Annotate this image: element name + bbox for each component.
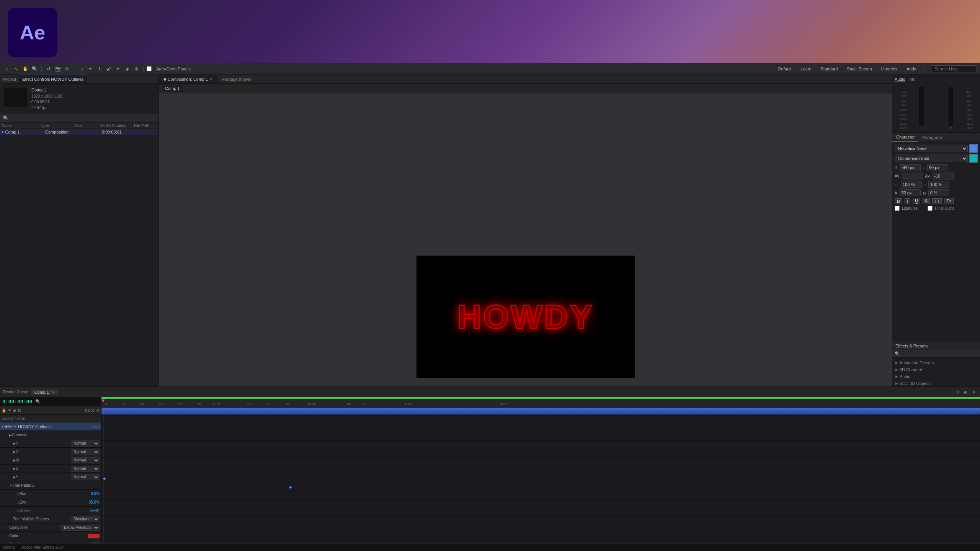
kerning-input[interactable] bbox=[902, 173, 923, 179]
zoom-tool[interactable]: 🔍 bbox=[31, 65, 38, 73]
eraser-tool[interactable]: ◈ bbox=[123, 65, 131, 73]
workspace-default[interactable]: Default bbox=[776, 66, 794, 72]
workspace-small-screen[interactable]: Small Screen bbox=[844, 66, 874, 72]
hide-button[interactable]: 👁 bbox=[8, 408, 11, 412]
font-size-input[interactable] bbox=[900, 164, 921, 171]
o-expand[interactable]: ▶ bbox=[13, 450, 16, 454]
contents-expand[interactable]: ▶ bbox=[9, 433, 12, 437]
d-mode-select[interactable]: Normal bbox=[71, 466, 100, 472]
workspace-libraries[interactable]: Libraries bbox=[879, 66, 900, 72]
offset-value[interactable]: 0x+0° bbox=[90, 509, 100, 513]
tracking-input[interactable] bbox=[933, 173, 954, 179]
effects-item-3d-channel[interactable]: ▶ 3D Channel bbox=[892, 366, 980, 373]
render-queue-label[interactable]: Render Queue bbox=[3, 390, 28, 394]
trim-paths-expand[interactable]: ▼ bbox=[9, 484, 13, 487]
footage-tab[interactable]: Footage (none) bbox=[217, 75, 256, 83]
pan-tool[interactable]: ⊕ bbox=[63, 65, 71, 73]
font-style-select[interactable]: Condensed Bold bbox=[895, 155, 968, 162]
paragraph-tab[interactable]: Paragraph bbox=[918, 133, 946, 142]
camera-tool[interactable]: 📷 bbox=[54, 65, 62, 73]
keyframe-start[interactable]: ◆ bbox=[103, 476, 106, 481]
timeline-comp-tab[interactable]: Comp 1 ✕ bbox=[31, 390, 58, 395]
text-tool[interactable]: T bbox=[96, 65, 103, 73]
char-color-swatch[interactable] bbox=[969, 154, 978, 163]
w-expand[interactable]: ▶ bbox=[13, 458, 16, 462]
clone-tool[interactable]: ✦ bbox=[114, 65, 122, 73]
tl-icon-1[interactable]: ⊞ bbox=[954, 390, 960, 395]
start-value[interactable]: 0.0% bbox=[91, 492, 100, 496]
h-expand[interactable]: ▶ bbox=[13, 442, 16, 445]
timeline-area: Render Queue Comp 1 ✕ ⊞ ◉ ≡ 0:00:00:00 🔍… bbox=[0, 386, 980, 551]
h-mode-select[interactable]: Normal bbox=[71, 440, 100, 447]
time-search-button[interactable]: 🔍 bbox=[35, 399, 41, 404]
layer-expand-icon[interactable]: ▼ bbox=[10, 425, 14, 429]
user-name[interactable]: Andy bbox=[904, 66, 918, 72]
tsume-input[interactable] bbox=[928, 189, 949, 196]
comp-tab-close[interactable]: ✕ bbox=[209, 77, 212, 81]
color-swatch[interactable] bbox=[88, 534, 100, 538]
composite-select[interactable]: Below Previous in Sa bbox=[61, 525, 100, 531]
leading-input[interactable] bbox=[927, 164, 948, 171]
timeline-comp-close[interactable]: ✕ bbox=[52, 390, 55, 395]
underline-button[interactable]: U̲ bbox=[913, 198, 920, 204]
ligatures-checkbox[interactable] bbox=[895, 206, 900, 211]
allcaps-button[interactable]: TT bbox=[932, 198, 942, 204]
search-help-input[interactable] bbox=[931, 65, 977, 72]
bold-button[interactable]: B bbox=[895, 198, 902, 204]
auto-open-panels-checkbox[interactable] bbox=[147, 66, 152, 71]
effects-search-input[interactable] bbox=[902, 352, 978, 356]
font-color-swatch[interactable] bbox=[969, 144, 978, 153]
fx-button[interactable]: fx bbox=[18, 408, 21, 412]
project-search-input[interactable] bbox=[0, 114, 158, 123]
left-panel-tabs: Project Effect Controls HOWDY Outlines bbox=[0, 75, 158, 84]
hand-tool[interactable]: ✋ bbox=[21, 65, 29, 73]
scale-h-input[interactable] bbox=[901, 181, 922, 188]
audio-tab[interactable]: Audio bbox=[895, 77, 905, 82]
y-mode-select[interactable]: Normal bbox=[71, 474, 100, 480]
italic-button[interactable]: I bbox=[905, 198, 910, 204]
project-item-comp1[interactable]: ■ Comp 1 Composition 0:00:05:01 bbox=[0, 129, 158, 135]
effects-item-animation-presets[interactable]: ▶ Animation Presets bbox=[892, 359, 980, 366]
effects-search-icon: 🔍 bbox=[895, 351, 900, 356]
w-mode-select[interactable]: Normal bbox=[71, 457, 100, 463]
character-tab[interactable]: Character bbox=[892, 133, 918, 142]
timeline-toolbar: Render Queue Comp 1 ✕ ⊞ ◉ ≡ bbox=[0, 387, 980, 397]
select-tool[interactable]: ↖ bbox=[12, 65, 20, 73]
workspace-learn[interactable]: Learn bbox=[799, 66, 814, 72]
trim-multiple-select[interactable]: Simultaneously bbox=[71, 516, 100, 522]
lock-button[interactable]: 🔒 bbox=[2, 408, 6, 412]
strikethrough-button[interactable]: S̶ bbox=[923, 198, 930, 204]
effects-item-audio[interactable]: ▶ Audio bbox=[892, 373, 980, 380]
keyframe-end[interactable]: ◆ bbox=[289, 485, 292, 489]
puppet-tool[interactable]: ⊛ bbox=[132, 65, 140, 73]
pen-tool[interactable]: ✒ bbox=[87, 65, 94, 73]
y-expand[interactable]: ▶ bbox=[13, 475, 16, 479]
layer-solo-icon[interactable]: ◎ bbox=[7, 424, 10, 429]
hindi-digits-checkbox[interactable] bbox=[928, 206, 933, 211]
tl-icon-2[interactable]: ◉ bbox=[962, 390, 969, 395]
comp-tab-composition[interactable]: ■ Composition: Comp 1 ✕ bbox=[159, 75, 217, 83]
tab-project[interactable]: Project bbox=[0, 75, 19, 83]
baseline-input[interactable] bbox=[900, 189, 921, 196]
smallcaps-button[interactable]: Tᴛ bbox=[944, 198, 954, 204]
toolbar-separator-2 bbox=[74, 66, 74, 72]
home-button[interactable]: ⌂ bbox=[3, 65, 11, 73]
info-tab[interactable]: Info bbox=[908, 77, 915, 82]
layer-howdy-outlines[interactable]: 1 👁 ◎ ▼ ★ HOWDY Outlines Add ▾ bbox=[0, 422, 101, 431]
solo-button[interactable]: ◉ bbox=[13, 408, 16, 412]
font-name-select[interactable]: Helvetica Neue bbox=[895, 145, 968, 152]
tl-icon-3[interactable]: ≡ bbox=[971, 390, 977, 395]
tab-effect-controls[interactable]: Effect Controls HOWDY Outlines bbox=[19, 75, 87, 83]
brush-tool[interactable]: 🖌 bbox=[105, 65, 113, 73]
playhead[interactable] bbox=[103, 407, 103, 551]
rotate-tool[interactable]: ↺ bbox=[45, 65, 52, 73]
end-value[interactable]: 95.0% bbox=[89, 500, 100, 504]
d-expand[interactable]: ▶ bbox=[13, 467, 16, 471]
effects-item-bcc-3d[interactable]: ▶ BCC 3D Objects bbox=[892, 380, 980, 387]
o-mode-select[interactable]: Normal bbox=[71, 449, 100, 455]
comp-settings-button[interactable]: ⚙ bbox=[96, 408, 100, 412]
rect-tool[interactable]: □ bbox=[77, 65, 85, 73]
workspace-standard[interactable]: Standard bbox=[818, 66, 840, 72]
layer-visibility-icon[interactable]: 👁 bbox=[4, 424, 7, 429]
scale-v-input[interactable] bbox=[928, 181, 949, 188]
